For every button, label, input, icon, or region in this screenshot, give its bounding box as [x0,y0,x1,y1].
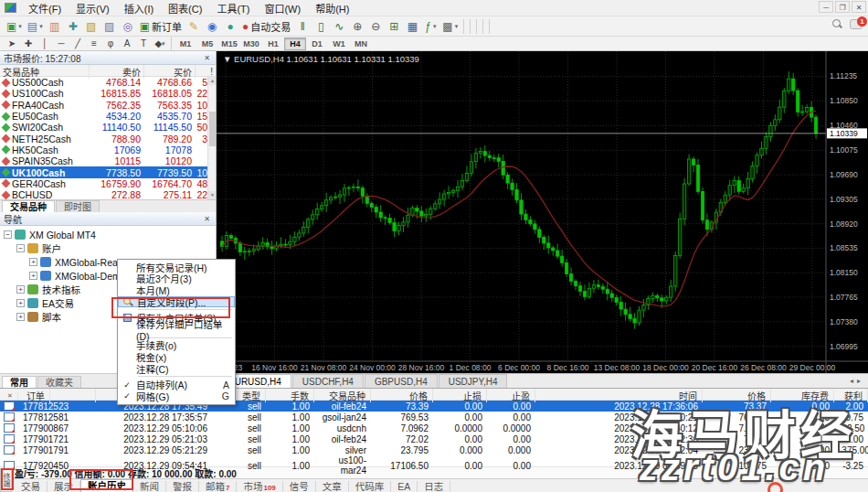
vline-tool[interactable]: │ [37,37,53,50]
terminal-tab-信号[interactable]: 信号 [283,481,316,492]
terminal-tab-文章[interactable]: 文章 [316,481,349,492]
menubar-item[interactable]: 图表(C) [161,3,209,16]
autotrading-button[interactable]: ●自动交易 [239,18,293,35]
price-chart[interactable]: 1.112351.108501.104601.100751.096901.093… [217,51,868,373]
scrollbar[interactable]: ▲▼ [207,77,216,199]
navigator-tab[interactable]: 常用 [2,376,37,388]
timeframe-mn[interactable]: MN [350,37,372,50]
label-tool[interactable]: T [135,37,152,50]
market-watch-tab[interactable]: 交易品种 [2,200,55,212]
market-watch-row[interactable]: NETH25Cash788.90789.2030 [0,133,216,144]
tab-scroll-arrows[interactable]: ◂▸ [850,377,864,385]
history-row[interactable]: 1779017212023.12.29 05:21:03sell1.00oil-… [0,433,868,444]
menu-item[interactable]: 注释(C) [118,363,235,375]
new-chart-button[interactable]: ▣▾ [4,18,25,35]
terminal-vertical-tab[interactable]: 终端 [0,468,12,492]
timeframe-m15[interactable]: M15 [218,37,240,50]
terminal-button[interactable]: ▨ [101,18,119,35]
minimize-button[interactable]: ─ [819,1,833,13]
periods-button[interactable]: ▩▾ [439,18,460,35]
metaeditor-button[interactable]: ✎ [185,18,203,35]
menubar-item[interactable]: 显示(V) [69,3,117,16]
chart-tab[interactable]: USDJPY,H4 [439,374,508,388]
zoom-in-button[interactable]: ⊕ [348,18,366,35]
expander-plus-icon[interactable]: + [29,272,37,280]
candles-button[interactable]: ▯ [312,18,330,35]
market-watch-row[interactable]: SPAIN35Cash10115101205 [0,155,216,166]
market-watch-row[interactable]: EU50Cash4534.204535.70150 [0,111,216,122]
terminal-tab-代码库[interactable]: 代码库 [349,481,392,492]
timeframe-m1[interactable]: M1 [175,37,196,50]
profiles-button[interactable]: ▤▾ [25,18,46,35]
terminal-tab-新闻[interactable]: 新闻 [133,481,166,492]
menubar-item[interactable]: 窗口(W) [257,3,308,16]
fibo-tool[interactable]: φ [102,37,119,50]
market-watch-row[interactable]: US500Cash4768.144768.6652 [0,77,216,88]
chart-tab[interactable]: USDCHF,H4 [292,374,364,388]
trendline-tool[interactable]: ╱ [69,37,86,50]
scroll-up-icon[interactable]: ▲ [208,77,216,85]
timeframe-h4[interactable]: H4 [284,37,306,50]
menubar-item[interactable]: 插入(I) [117,3,161,16]
history-row[interactable]: 1779017912023.12.29 05:21:29sell1.00silv… [0,444,868,455]
terminal-tab-市场[interactable]: 市场109 [237,481,282,492]
crosshair-tool[interactable]: ✚ [20,37,37,50]
scroll-down-icon[interactable]: ▼ [208,191,216,199]
shapes-tool[interactable]: ◆▾ [152,37,168,50]
zoom-out-button[interactable]: ⊖ [366,18,385,35]
market-watch-row[interactable]: SWI20Cash11140.5011145.50500 [0,122,216,133]
menu-item[interactable]: ✓网格(G)G [118,390,235,402]
text-tool[interactable]: A [119,37,135,50]
scrollbar-thumb[interactable] [209,112,216,146]
close-icon[interactable]: ✕ [202,54,212,62]
market-watch-row[interactable]: US100Cash16815.8516818.05220 [0,88,216,99]
history-row[interactable]: 1778125812023.12.28 17:35:57sell1.00gsoi… [0,412,868,422]
expander-minus-icon[interactable]: − [4,230,12,239]
navigator-button[interactable]: ▧ [82,18,101,35]
news-button[interactable]: ● [221,18,239,35]
menubar-item[interactable]: 文件(F) [21,3,69,16]
navigator-tab[interactable]: 收藏夹 [37,376,81,388]
new-order-button[interactable]: ▣新订单 [137,18,185,35]
menu-item[interactable]: 自定义时段(P)... [118,296,235,308]
tree-item[interactable]: −账户 [0,241,216,255]
timeframe-m30[interactable]: M30 [240,37,262,50]
close-icon[interactable]: ✕ [3,392,18,400]
tree-item[interactable]: −XM Global MT4 [0,228,216,241]
timeframe-d1[interactable]: D1 [306,37,328,50]
expander-plus-icon[interactable]: + [16,285,25,294]
terminal-tab-账户历史[interactable]: 账户历史 [80,479,133,492]
hline-tool[interactable]: ─ [53,37,69,50]
market-watch-tab[interactable]: 即时图 [56,200,100,212]
timeframe-m5[interactable]: M5 [196,37,218,50]
menubar-item[interactable]: 工具(T) [209,3,257,16]
close-icon[interactable]: ✕ [202,215,212,223]
terminal-tab-警报[interactable]: 警报 [166,481,199,492]
data-window-button[interactable]: ✚ [64,18,82,35]
market-watch-row[interactable]: FRA40Cash7562.357563.35100 [0,100,216,111]
menubar-item[interactable]: 帮助(H) [308,3,356,16]
notifications-icon[interactable]: 1 [850,19,863,29]
market-watch-row[interactable]: GER40Cash16759.9016764.70480 [0,178,216,189]
menu-item[interactable]: 保存为详细户口结单(D) [118,324,235,336]
community-button[interactable]: ◉ [203,18,221,35]
terminal-tab-展示[interactable]: 展示 [48,481,80,492]
close-button[interactable]: ✕ [852,1,866,13]
expander-plus-icon[interactable]: + [16,299,25,307]
history-row[interactable]: 1779008672023.12.29 05:10:06sell1.00usdc… [0,422,868,433]
terminal-tab-EA[interactable]: EA [391,481,418,492]
channel-tool[interactable]: ≡ [86,37,102,50]
history-row[interactable]: 1779204502023.12.29 09:54:41sell1.00us10… [0,455,868,466]
chart-tab[interactable]: GBPUSD,H4 [365,374,438,388]
tile-windows-button[interactable]: ⊞ [385,18,403,35]
line-chart-button[interactable]: ∿ [330,18,348,35]
bars-button[interactable]: ‖ [293,18,312,35]
expander-minus-icon[interactable]: − [16,244,25,252]
search-icon[interactable] [831,18,842,29]
market-watch-button[interactable]: ▥ [46,18,64,35]
expander-plus-icon[interactable]: + [16,313,25,321]
tester-button[interactable]: ◎ [119,18,137,35]
cursor-tool[interactable]: ➤ [4,37,20,50]
terminal-tab-日志[interactable]: 日志 [418,481,450,492]
market-watch-row[interactable]: HK50Cash17069170789 [0,144,216,155]
